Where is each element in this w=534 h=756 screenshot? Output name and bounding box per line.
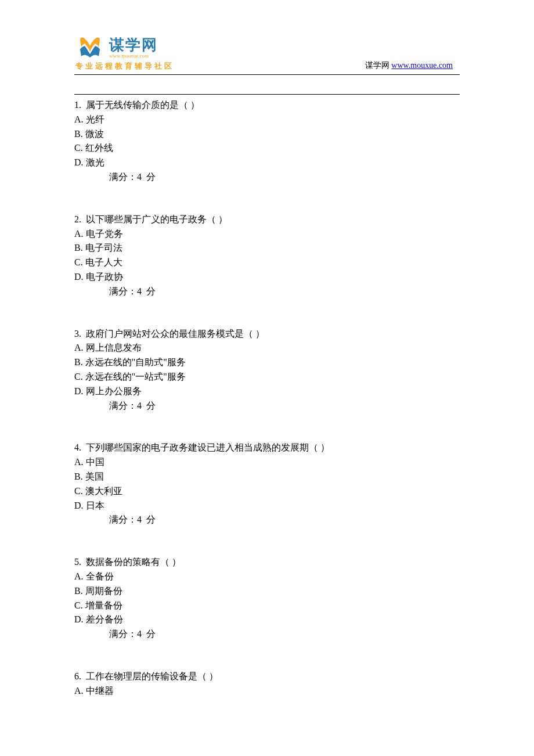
option-line: B. 美国: [74, 470, 460, 484]
page-header: 谋学网 www.mouxue.com 专业远程教育辅导社区 谋学网 www.mo…: [75, 35, 459, 75]
option-line: A. 光纤: [74, 113, 460, 127]
option-line: A. 中国: [74, 455, 460, 470]
score-line: 满分：4 分: [74, 399, 460, 413]
header-divider: [74, 74, 460, 75]
question-block: 4. 下列哪些国家的电子政务建设已进入相当成熟的发展期（ ）A. 中国B. 美国…: [74, 441, 460, 527]
option-line: A. 电子党务: [74, 227, 460, 242]
option-line: D. 电子政协: [74, 270, 460, 285]
question-block: 2. 以下哪些属于广义的电子政务（ ）A. 电子党务B. 电子司法C. 电子人大…: [74, 213, 460, 299]
question-text: 2. 以下哪些属于广义的电子政务（ ）: [74, 213, 460, 227]
content-top-line: [74, 94, 460, 95]
question-text: 3. 政府门户网站对公众的最佳服务模式是（ ）: [74, 327, 460, 341]
question-block: 3. 政府门户网站对公众的最佳服务模式是（ ）A. 网上信息发布B. 永远在线的…: [74, 327, 460, 413]
option-line: C. 增量备份: [74, 599, 460, 613]
option-line: C. 澳大利亚: [74, 484, 460, 499]
option-line: C. 电子人大: [74, 255, 460, 270]
option-line: A. 网上信息发布: [74, 341, 460, 355]
logo-text-block: 谋学网 www.mouxue.com: [109, 35, 158, 59]
header-site-name: 谋学网: [365, 61, 389, 70]
question-text: 5. 数据备份的策略有（ ）: [74, 555, 460, 570]
logo-icon: [75, 35, 104, 59]
option-line: A. 全备份: [74, 570, 460, 584]
option-line: B. 微波: [74, 127, 460, 142]
option-line: C. 红外线: [74, 141, 460, 156]
questions-container: 1. 属于无线传输介质的是（ ）A. 光纤B. 微波C. 红外线D. 激光满分：…: [74, 98, 460, 699]
question-text: 4. 下列哪些国家的电子政务建设已进入相当成熟的发展期（ ）: [74, 441, 460, 455]
logo-chinese: 谋学网: [109, 35, 158, 55]
content-area: 1. 属于无线传输介质的是（ ）A. 光纤B. 微波C. 红外线D. 激光满分：…: [74, 94, 460, 699]
question-block: 1. 属于无线传输介质的是（ ）A. 光纤B. 微波C. 红外线D. 激光满分：…: [74, 98, 460, 185]
question-text: 1. 属于无线传输介质的是（ ）: [74, 98, 460, 113]
question-block: 6. 工作在物理层的传输设备是（ ）A. 中继器: [74, 669, 460, 699]
option-line: A. 中继器: [74, 684, 460, 699]
score-line: 满分：4 分: [74, 170, 460, 185]
score-line: 满分：4 分: [74, 513, 460, 527]
logo-subtitle: 专业远程教育辅导社区: [75, 61, 174, 71]
question-text: 6. 工作在物理层的传输设备是（ ）: [74, 669, 460, 684]
option-line: B. 周期备份: [74, 584, 460, 599]
logo-area: 谋学网 www.mouxue.com 专业远程教育辅导社区: [75, 35, 174, 71]
header-right: 谋学网 www.mouxue.com: [365, 60, 453, 71]
option-line: D. 网上办公服务: [74, 384, 460, 399]
score-line: 满分：4 分: [74, 627, 460, 642]
option-line: C. 永远在线的"一站式"服务: [74, 370, 460, 384]
option-line: B. 永远在线的"自助式"服务: [74, 355, 460, 370]
option-line: D. 日本: [74, 499, 460, 513]
option-line: D. 差分备份: [74, 613, 460, 627]
header-site-link[interactable]: www.mouxue.com: [391, 61, 453, 70]
logo: 谋学网 www.mouxue.com: [75, 35, 174, 59]
option-line: D. 激光: [74, 156, 460, 170]
score-line: 满分：4 分: [74, 285, 460, 299]
question-block: 5. 数据备份的策略有（ ）A. 全备份B. 周期备份C. 增量备份D. 差分备…: [74, 555, 460, 642]
option-line: B. 电子司法: [74, 241, 460, 255]
